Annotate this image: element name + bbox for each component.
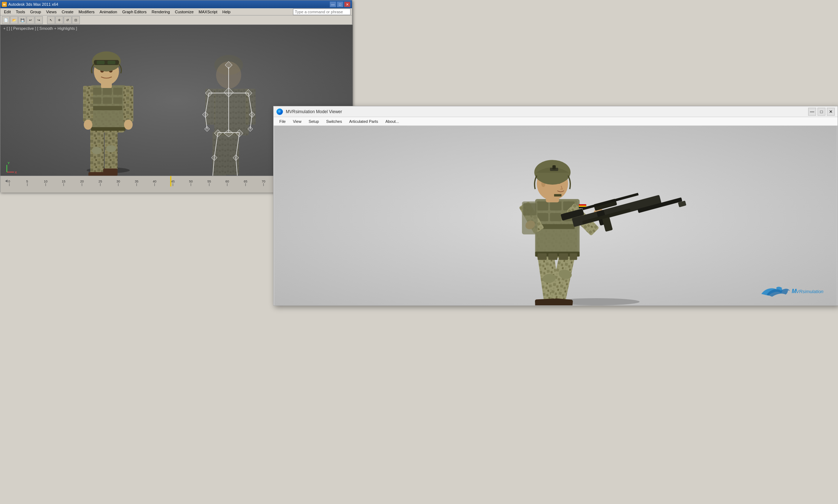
svg-rect-25 (92, 106, 122, 110)
svg-point-29 (84, 120, 92, 130)
mvr-menu-file[interactable]: File (276, 119, 289, 124)
max-maximize-button[interactable]: □ (337, 1, 343, 7)
svg-text:0: 0 (8, 180, 10, 183)
mvr-maximize-button[interactable]: □ (818, 108, 825, 116)
mvr-window: MVRsimulation Model Viewer — □ ✕ File Vi… (273, 106, 838, 306)
menu-edit[interactable]: Edit (2, 9, 13, 15)
svg-rect-37 (97, 61, 105, 64)
max-titlebar-left: M Autodesk 3ds Max 2011 x64 (2, 2, 58, 7)
menu-customize[interactable]: Customize (173, 9, 196, 15)
toolbar-scale[interactable]: ⊡ (72, 16, 80, 24)
menu-maxscript[interactable]: MAXScript (197, 9, 220, 15)
svg-rect-42 (212, 132, 226, 176)
mvr-viewport-svg: M VRsimulation (274, 126, 838, 305)
mvr-window-title: MVRsimulation Model Viewer (286, 109, 342, 114)
svg-rect-170 (554, 194, 562, 196)
svg-text:5: 5 (26, 180, 28, 183)
mvr-logo-icon (276, 108, 283, 115)
svg-rect-139 (550, 202, 562, 211)
svg-text:55: 55 (207, 180, 211, 183)
svg-text:60: 60 (225, 180, 229, 183)
menu-modifiers[interactable]: Modifiers (76, 9, 97, 15)
menu-views[interactable]: Views (44, 9, 59, 15)
menu-animation[interactable]: Animation (97, 9, 119, 15)
svg-text:25: 25 (99, 180, 102, 183)
svg-text:50: 50 (189, 180, 193, 183)
svg-rect-39 (214, 89, 249, 135)
svg-text:VRsimulation: VRsimulation (796, 289, 823, 294)
svg-text:30: 30 (116, 180, 120, 183)
mvr-titlebar: MVRsimulation Model Viewer — □ ✕ (274, 106, 838, 117)
max-minimize-button[interactable]: — (330, 1, 336, 7)
svg-rect-24 (113, 97, 122, 104)
viewport-label: + [ ] [ Perspective ] [ Smooth + Highlig… (3, 26, 77, 31)
menu-create[interactable]: Create (59, 9, 75, 15)
mvr-titlebar-controls: — □ ✕ (808, 108, 835, 116)
max-menubar: Edit Tools Group Views Create Modifiers … (0, 8, 352, 15)
mvr-close-button[interactable]: ✕ (827, 108, 835, 116)
svg-rect-134 (535, 299, 556, 305)
svg-rect-22 (92, 97, 101, 104)
svg-rect-20 (103, 88, 112, 95)
toolbar-redo[interactable]: ↪ (35, 16, 43, 24)
svg-rect-28 (123, 86, 133, 122)
mvr-menu-setup[interactable]: Setup (306, 119, 322, 124)
toolbar-move[interactable]: ✛ (55, 16, 63, 24)
svg-rect-147 (548, 253, 557, 260)
toolbar-rotate[interactable]: ↺ (64, 16, 72, 24)
svg-text:65: 65 (244, 180, 247, 183)
svg-point-13 (92, 147, 102, 154)
svg-rect-26 (91, 127, 125, 131)
svg-rect-172 (579, 204, 586, 205)
svg-rect-43 (226, 132, 239, 175)
svg-rect-19 (92, 88, 101, 95)
svg-text:45: 45 (171, 180, 175, 183)
menu-rendering[interactable]: Rendering (150, 9, 172, 15)
svg-rect-176 (523, 203, 536, 215)
mvr-content: M VRsimulation (274, 126, 838, 305)
svg-rect-174 (579, 207, 586, 208)
toolbar-open[interactable]: 📂 (10, 16, 18, 24)
svg-point-118 (278, 110, 282, 114)
mvr-menu-about[interactable]: About... (383, 119, 402, 124)
toolbar-undo[interactable]: ↩ (27, 16, 35, 24)
svg-text:35: 35 (135, 180, 138, 183)
svg-text:X: X (15, 171, 17, 174)
svg-rect-169 (553, 165, 556, 169)
svg-text:40: 40 (153, 180, 156, 183)
svg-rect-149 (570, 253, 577, 260)
svg-text:15: 15 (62, 180, 65, 183)
svg-rect-23 (103, 97, 112, 104)
max-window-title: Autodesk 3ds Max 2011 x64 (8, 2, 58, 6)
mvr-titlebar-left: MVRsimulation Model Viewer (276, 108, 342, 115)
mvr-menubar: File View Setup Switches Articulated Par… (274, 117, 838, 126)
toolbar-save[interactable]: 💾 (18, 16, 26, 24)
svg-rect-173 (579, 205, 586, 207)
svg-text:70: 70 (262, 180, 265, 183)
svg-rect-148 (559, 253, 568, 260)
max-search-input[interactable] (293, 9, 351, 15)
mvr-minimize-button[interactable]: — (808, 108, 816, 116)
svg-text:20: 20 (80, 180, 84, 183)
max-titlebar: M Autodesk 3ds Max 2011 x64 — □ ✕ (0, 0, 352, 8)
svg-rect-15 (88, 172, 104, 176)
max-close-button[interactable]: ✕ (344, 1, 351, 7)
max-app-icon: M (2, 2, 7, 7)
svg-rect-38 (107, 61, 115, 64)
menu-tools[interactable]: Tools (14, 9, 27, 15)
svg-rect-146 (537, 253, 546, 260)
svg-point-30 (124, 120, 133, 130)
toolbar-select[interactable]: ↖ (47, 16, 55, 24)
svg-rect-27 (83, 86, 93, 122)
mvr-menu-switches[interactable]: Switches (323, 119, 345, 124)
menu-group[interactable]: Group (28, 9, 43, 15)
svg-point-14 (106, 145, 116, 152)
menu-help[interactable]: Help (220, 9, 233, 15)
mvr-menu-articulated-parts[interactable]: Articulated Parts (346, 119, 381, 124)
max-titlebar-controls: — □ ✕ (330, 1, 351, 7)
svg-rect-16 (103, 168, 118, 176)
toolbar-new[interactable]: 📄 (2, 16, 10, 24)
mvr-menu-view[interactable]: View (290, 119, 304, 124)
svg-text:10: 10 (44, 180, 47, 183)
menu-graph-editors[interactable]: Graph Editors (120, 9, 149, 15)
